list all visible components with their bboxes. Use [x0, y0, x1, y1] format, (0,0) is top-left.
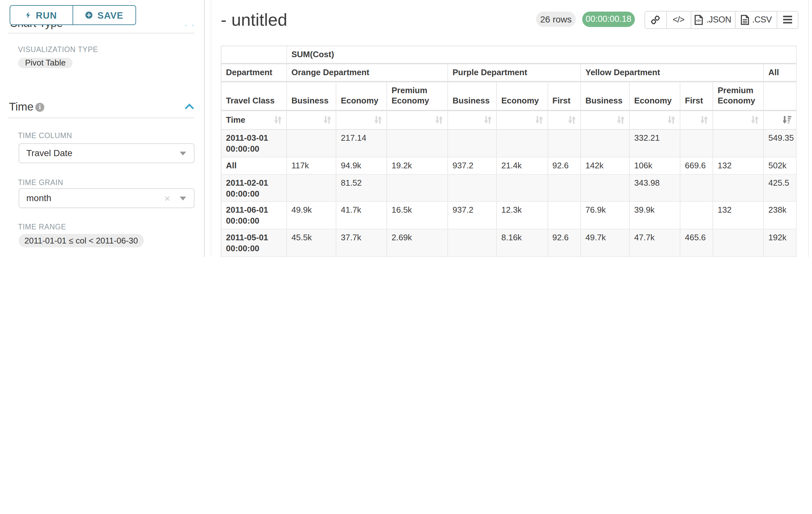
svg-text:</>: </>	[696, 18, 702, 22]
